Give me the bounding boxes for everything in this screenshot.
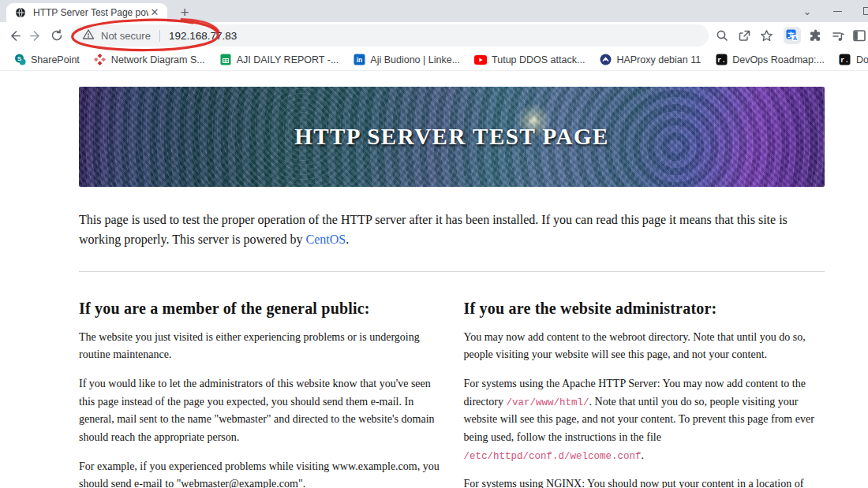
omnibox-divider	[159, 30, 160, 42]
bookmark-network-diagram[interactable]: Network Diagram S...	[87, 50, 212, 69]
not-secure-label[interactable]: Not secure	[101, 30, 151, 42]
youtube-icon	[474, 54, 487, 66]
roadmap-sh-icon: r.	[715, 54, 728, 66]
tab-strip: HTTP Server Test Page powered ✕ + ⌄	[0, 0, 868, 22]
bookmark-label: Aji Budiono | Linke...	[370, 54, 460, 65]
bookmark-haproxy[interactable]: HAProxy debian 11	[592, 50, 708, 69]
bookmark-docker-roadmap[interactable]: r. Docker Roadmap -...	[832, 50, 868, 69]
bookmark-label: Docker Roadmap -...	[856, 54, 868, 65]
bookmark-label: DevOps Roadmap:...	[732, 54, 825, 65]
test-page-banner: HTTP SERVER TEST PAGE	[79, 87, 825, 187]
general-public-column: If you are a member of the general publi…	[79, 278, 440, 488]
banner-title: HTTP SERVER TEST PAGE	[294, 124, 609, 150]
globe-favicon-icon	[14, 6, 27, 19]
paragraph: For systems using NGINX: You should now …	[464, 475, 825, 488]
bookmark-devops-roadmap[interactable]: r. DevOps Roadmap:...	[708, 50, 832, 69]
search-icon[interactable]	[713, 26, 731, 45]
extensions-puzzle-icon[interactable]	[806, 26, 825, 45]
paragraph: If you would like to let the administrat…	[79, 375, 440, 447]
bookmark-star-icon[interactable]	[757, 26, 776, 45]
svg-text:A: A	[793, 35, 797, 41]
bookmark-label: Tutup DDOS attack...	[492, 54, 585, 65]
browser-window: HTTP Server Test Page powered ✕ + ⌄ Not …	[0, 0, 868, 488]
tab-search-chevron-icon[interactable]: ⌄	[795, 0, 819, 22]
code-path-welcome-conf: /etc/httpd/conf.d/welcome.conf	[464, 451, 642, 462]
tab-title: HTTP Server Test Page powered	[33, 7, 148, 18]
not-secure-warning-icon[interactable]	[82, 28, 95, 43]
paragraph: For systems using the Apache HTTP Server…	[464, 375, 825, 464]
svg-text:in: in	[357, 56, 363, 64]
code-path-webroot: /var/www/html/	[507, 397, 589, 408]
side-panel-icon[interactable]	[850, 26, 868, 45]
haproxy-icon	[599, 54, 612, 66]
linkedin-icon: in	[353, 54, 365, 66]
web-page-content: HTTP SERVER TEST PAGE This page is used …	[0, 71, 868, 488]
tab-close-icon[interactable]: ✕	[148, 6, 161, 19]
minimize-button[interactable]	[825, 0, 849, 22]
paragraph: You may now add content to the webroot d…	[464, 329, 825, 364]
translate-icon[interactable]: 文A	[784, 27, 801, 44]
lead-text: This page is used to test the proper ope…	[79, 213, 788, 246]
address-bar[interactable]: Not secure 192.168.77.83	[71, 24, 709, 47]
google-sheets-icon	[219, 54, 232, 66]
roadmap-sh-icon: r.	[839, 54, 851, 66]
playlist-icon[interactable]	[829, 26, 847, 45]
back-button[interactable]	[5, 26, 24, 45]
bookmark-label: SharePoint	[31, 54, 80, 65]
divider	[79, 271, 825, 272]
reload-button[interactable]	[47, 26, 66, 45]
bookmark-label: AJI DAILY REPORT -...	[237, 54, 339, 65]
text-segment: For systems using NGINX: You should now …	[464, 478, 804, 488]
url-text[interactable]: 192.168.77.83	[169, 30, 237, 42]
lead-text-end: .	[346, 233, 349, 246]
svg-text:S: S	[17, 55, 21, 62]
sharepoint-icon: S	[13, 54, 26, 66]
share-icon[interactable]	[735, 26, 754, 45]
new-tab-button[interactable]: +	[175, 4, 194, 21]
svg-text:r.: r.	[840, 57, 849, 65]
bookmark-label: HAProxy debian 11	[616, 54, 701, 65]
bookmark-aji-daily-report[interactable]: AJI DAILY REPORT -...	[212, 50, 346, 69]
lead-paragraph: This page is used to test the proper ope…	[79, 210, 825, 250]
bookmark-tutup-ddos[interactable]: Tutup DDOS attack...	[467, 50, 592, 69]
maximize-button[interactable]	[855, 0, 868, 22]
administrator-heading: If you are the website administrator:	[464, 300, 825, 318]
administrator-column: If you are the website administrator: Yo…	[464, 278, 825, 488]
network-diagram-icon	[94, 54, 107, 66]
svg-text:r.: r.	[717, 57, 726, 65]
tab-http-server-test-page[interactable]: HTTP Server Test Page powered ✕	[6, 3, 167, 22]
bookmark-sharepoint[interactable]: S SharePoint	[6, 50, 87, 69]
forward-button[interactable]	[26, 26, 45, 45]
paragraph: The website you just visited is either e…	[79, 329, 440, 364]
bookmarks-bar: S SharePoint Network Diagram S... AJI DA…	[0, 49, 868, 71]
bookmark-linkedin[interactable]: in Aji Budiono | Linke...	[346, 50, 467, 69]
centos-link[interactable]: CentOS	[306, 233, 346, 246]
general-public-heading: If you are a member of the general publi…	[79, 300, 440, 318]
browser-toolbar: Not secure 192.168.77.83 文A	[0, 22, 868, 49]
text-segment: .	[642, 449, 645, 461]
bookmark-label: Network Diagram S...	[111, 54, 205, 65]
paragraph: For example, if you experienced problems…	[79, 458, 440, 488]
